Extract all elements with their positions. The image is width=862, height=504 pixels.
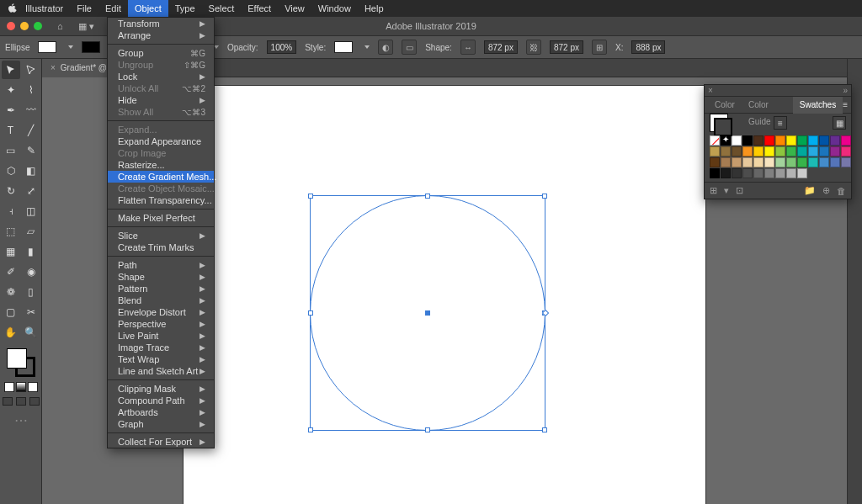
graphic-style-swatch[interactable] — [334, 41, 353, 53]
swatch[interactable] — [808, 135, 818, 146]
menu-file[interactable]: File — [70, 0, 98, 17]
menu-item[interactable]: Make Pixel Perfect — [108, 212, 214, 224]
home-button[interactable]: ⌂ — [57, 21, 63, 31]
menu-item[interactable]: Text Wrap▶ — [108, 353, 214, 365]
fill-swatch[interactable] — [38, 41, 56, 53]
swatch[interactable] — [721, 146, 731, 157]
menu-item[interactable]: Image Trace▶ — [108, 342, 214, 353]
type-tool[interactable]: T — [2, 121, 20, 140]
menu-view[interactable]: View — [278, 0, 311, 17]
artboard-tool[interactable]: ▢ — [2, 303, 20, 321]
lasso-tool[interactable]: ⌇ — [22, 81, 40, 99]
swatch[interactable] — [753, 168, 764, 178]
current-fill-stroke[interactable] — [710, 114, 728, 132]
swatch[interactable] — [819, 157, 829, 167]
swatch[interactable] — [742, 135, 753, 146]
swatch-kind-icon[interactable]: ▾ — [724, 185, 729, 196]
swatch[interactable] — [721, 135, 731, 146]
menu-item[interactable]: Create Trim Marks — [108, 241, 214, 253]
menu-item[interactable]: Flatten Transparency... — [108, 194, 214, 206]
swatch[interactable] — [732, 157, 742, 167]
swatch[interactable] — [775, 146, 785, 157]
direct-selection-tool[interactable] — [22, 61, 40, 79]
line-tool[interactable]: ╱ — [22, 121, 40, 140]
bbox-handle[interactable] — [542, 427, 547, 432]
menu-item[interactable]: Expand Appearance — [108, 135, 214, 147]
stroke-swatch[interactable] — [82, 41, 100, 53]
menu-item[interactable]: Pattern▶ — [108, 283, 214, 294]
shape-height[interactable]: 872 px — [550, 40, 583, 54]
opacity-value[interactable]: 100% — [267, 40, 297, 54]
panel-tab-color[interactable]: Color — [708, 97, 742, 114]
swatch[interactable] — [742, 157, 753, 167]
swatch[interactable] — [841, 135, 851, 146]
menu-item[interactable]: Artboards▶ — [108, 406, 214, 418]
eraser-tool[interactable]: ◧ — [22, 162, 40, 180]
hand-tool[interactable]: ✋ — [2, 323, 20, 342]
pen-tool[interactable]: ✒ — [2, 101, 20, 119]
menu-item[interactable]: Envelope Distort▶ — [108, 306, 214, 318]
apple-menu[interactable] — [5, 3, 19, 13]
swatch[interactable] — [775, 168, 785, 178]
graph-tool[interactable]: ▯ — [22, 283, 40, 301]
menu-item[interactable]: Arrange▶ — [108, 29, 214, 41]
menu-item[interactable]: Blend▶ — [108, 294, 214, 306]
swatch[interactable] — [808, 157, 818, 167]
eyedropper-tool[interactable]: ✐ — [2, 263, 20, 281]
menu-item[interactable]: Live Paint▶ — [108, 330, 214, 342]
bbox-handle[interactable] — [308, 310, 313, 316]
swatch[interactable] — [819, 135, 829, 146]
swatch[interactable] — [819, 146, 829, 157]
rotate-tool[interactable]: ↻ — [2, 182, 20, 200]
swatch[interactable] — [786, 168, 796, 178]
x-value[interactable]: 888 px — [631, 40, 665, 54]
swatch[interactable] — [797, 168, 807, 178]
menu-object[interactable]: Object — [128, 0, 168, 17]
free-transform-tool[interactable]: ◫ — [22, 202, 40, 220]
constrain-icon[interactable]: ⛓ — [526, 40, 541, 55]
swatch[interactable] — [764, 135, 774, 146]
swatch[interactable] — [721, 168, 731, 178]
mesh-tool[interactable]: ▦ — [2, 242, 20, 261]
draw-normal[interactable] — [3, 397, 13, 406]
close-window-button[interactable] — [7, 22, 15, 30]
swatch[interactable] — [742, 168, 753, 178]
swatch[interactable] — [841, 157, 851, 167]
bbox-handle[interactable] — [425, 194, 430, 199]
paintbrush-tool[interactable]: ✎ — [22, 141, 40, 160]
menu-item[interactable]: Graph▶ — [108, 418, 214, 430]
new-swatch-icon[interactable]: ⊕ — [822, 185, 830, 196]
panel-tab-swatches[interactable]: Swatches — [793, 97, 843, 114]
menu-item[interactable]: Group⌘G — [108, 47, 214, 59]
swatch[interactable] — [721, 157, 731, 167]
menu-effect[interactable]: Effect — [241, 0, 278, 17]
width-tool[interactable]: ⫞ — [2, 202, 20, 220]
menu-item[interactable]: Path▶ — [108, 259, 214, 271]
swatch[interactable] — [742, 146, 753, 157]
swatch[interactable] — [830, 157, 840, 167]
style-dropdown-icon[interactable] — [364, 45, 370, 49]
color-mode-normal[interactable] — [4, 382, 14, 392]
menu-item[interactable]: Lock▶ — [108, 71, 214, 82]
menu-item[interactable]: Slice▶ — [108, 230, 214, 241]
swatch[interactable] — [753, 157, 764, 167]
swatch[interactable] — [764, 168, 774, 178]
panel-collapse-icon[interactable]: » — [843, 86, 848, 95]
fill-stroke-control[interactable] — [7, 348, 35, 377]
swatch[interactable] — [732, 135, 742, 146]
swatch[interactable] — [830, 146, 840, 157]
swatch-library-icon[interactable]: ⊞ — [710, 185, 717, 196]
blend-tool[interactable]: ◉ — [22, 263, 40, 281]
minimize-window-button[interactable] — [20, 22, 29, 30]
panel-menu-icon[interactable]: ≡ — [843, 100, 848, 109]
fill-dropdown-icon[interactable] — [68, 45, 73, 49]
swatch[interactable] — [797, 146, 807, 157]
swatch[interactable] — [786, 157, 796, 167]
menu-item[interactable]: Clipping Mask▶ — [108, 383, 214, 395]
swatch[interactable] — [753, 146, 764, 157]
swatch[interactable] — [710, 146, 720, 157]
bbox-handle[interactable] — [308, 427, 313, 432]
align-icon[interactable]: ▭ — [402, 40, 417, 55]
menu-item[interactable]: Create Gradient Mesh... — [108, 171, 214, 183]
delete-swatch-icon[interactable]: 🗑 — [837, 186, 846, 196]
